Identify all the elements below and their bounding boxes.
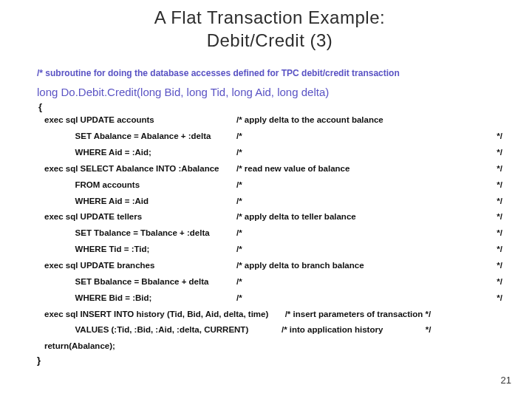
- code-mid: /*: [236, 274, 480, 290]
- code-right: */: [480, 194, 502, 210]
- code-row: exec sql SELECT Abalance INTO :Abalance/…: [37, 161, 502, 177]
- insert-line: exec sql INSERT INTO history (Tid, Bid, …: [37, 307, 502, 323]
- open-brace: {: [37, 101, 502, 112]
- code-row: exec sql UPDATE tellers/* apply delta to…: [37, 209, 502, 225]
- code-right: */: [480, 209, 502, 225]
- code-mid: /*: [236, 145, 480, 161]
- code-right: */: [480, 177, 502, 194]
- code-row: SET Tbalance = Tbalance + :delta/**/: [37, 225, 502, 242]
- code-mid: /*: [236, 194, 480, 210]
- code-mid: /*: [236, 225, 480, 242]
- page-number: 21: [501, 375, 511, 386]
- code-row: WHERE Aid = :Aid/**/: [37, 194, 502, 210]
- code-row: FROM accounts/**/: [37, 177, 502, 194]
- code-row: WHERE Bid = :Bid;/**/: [37, 290, 502, 307]
- code-left: exec sql UPDATE tellers: [37, 209, 236, 225]
- code-mid: /* read new value of balance: [236, 161, 480, 177]
- code-left: exec sql UPDATE accounts: [37, 112, 236, 129]
- code-mid: /* apply delta to the account balance: [236, 112, 480, 129]
- return-line: return(Abalance);: [37, 338, 502, 355]
- slide-title: A Flat Transaction Example: Debit/Credit…: [37, 6, 502, 52]
- subroutine-comment: /* subroutine for doing the database acc…: [37, 68, 502, 78]
- code-mid: /*: [236, 290, 480, 307]
- code-row: WHERE Tid = :Tid;/**/: [37, 242, 502, 258]
- values-line: VALUES (:Tid, :Bid, :Aid, :delta, CURREN…: [37, 322, 502, 338]
- code-row: exec sql UPDATE accounts/* apply delta t…: [37, 112, 502, 129]
- code-row: exec sql UPDATE branches/* apply delta t…: [37, 258, 502, 274]
- code-right: */: [480, 225, 502, 242]
- code-left: exec sql SELECT Abalance INTO :Abalance: [37, 161, 236, 177]
- code-mid: /* apply delta to teller balance: [236, 209, 480, 225]
- code-left: SET Bbalance = Bbalance + delta: [37, 274, 236, 290]
- slide: A Flat Transaction Example: Debit/Credit…: [0, 0, 532, 399]
- code-right: [480, 112, 502, 129]
- code-row: WHERE Aid = :Aid;/**/: [37, 145, 502, 161]
- code-left: exec sql UPDATE branches: [37, 258, 236, 274]
- code-row: SET Abalance = Abalance + :delta/**/: [37, 129, 502, 145]
- code-right: */: [480, 242, 502, 258]
- code-left: SET Abalance = Abalance + :delta: [37, 129, 236, 145]
- function-signature: long Do.Debit.Credit(long Bid, long Tid,…: [37, 86, 502, 98]
- code-right: */: [480, 129, 502, 145]
- code-left: WHERE Aid = :Aid;: [37, 145, 236, 161]
- close-brace: }: [37, 355, 502, 366]
- code-left: WHERE Bid = :Bid;: [37, 290, 236, 307]
- code-right: */: [480, 145, 502, 161]
- code-right: */: [480, 290, 502, 307]
- code-right: */: [480, 161, 502, 177]
- code-mid: /* apply delta to branch balance: [236, 258, 480, 274]
- title-line-2: Debit/Credit (3): [207, 30, 333, 50]
- title-line-1: A Flat Transaction Example:: [154, 7, 385, 27]
- code-right: */: [480, 258, 502, 274]
- code-mid: /*: [236, 242, 480, 258]
- code-left: WHERE Aid = :Aid: [37, 194, 236, 210]
- code-left: WHERE Tid = :Tid;: [37, 242, 236, 258]
- code-mid: /*: [236, 177, 480, 194]
- code-row: SET Bbalance = Bbalance + delta/**/: [37, 274, 502, 290]
- code-left: SET Tbalance = Tbalance + :delta: [37, 225, 236, 242]
- code-right: */: [480, 274, 502, 290]
- code-left: FROM accounts: [37, 177, 236, 194]
- code-mid: /*: [236, 129, 480, 145]
- code-block: exec sql UPDATE accounts/* apply delta t…: [37, 112, 502, 355]
